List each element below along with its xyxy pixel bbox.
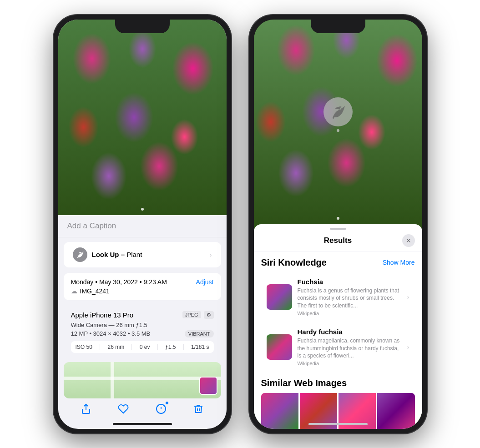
- jpeg-badge: JPEG: [182, 311, 201, 318]
- hardy-info: Hardy fuchsia Fuchsia magellanica, commo…: [298, 328, 402, 366]
- specs-row: 12 MP • 3024 × 4032 • 3.5 MB VIBRANT: [71, 330, 214, 337]
- map-thumbnail: [199, 377, 217, 395]
- results-title: Results: [274, 236, 402, 245]
- lens-row: Wide Camera — 26 mm ƒ1.5: [71, 322, 214, 328]
- filename-text: IMG_4241: [80, 287, 110, 295]
- knowledge-item-hardy[interactable]: Hardy fuchsia Fuchsia magellanica, commo…: [261, 322, 415, 372]
- share-button[interactable]: [76, 399, 96, 419]
- siri-knowledge-header: Siri Knowledge Show More: [261, 257, 415, 268]
- notch-right: [311, 20, 365, 33]
- delete-button[interactable]: [188, 399, 208, 419]
- show-more-button[interactable]: Show More: [383, 259, 415, 266]
- format-badges: JPEG ⚙: [182, 311, 214, 319]
- similar-section: Similar Web Images: [261, 378, 415, 428]
- bottom-toolbar: [58, 399, 227, 419]
- hardy-source: Wikipedia: [298, 361, 402, 366]
- hardy-name: Hardy fuchsia: [298, 328, 402, 336]
- adjust-button[interactable]: Adjust: [196, 278, 214, 286]
- date-text: Monday • May 30, 2022 • 9:23 AM: [71, 278, 167, 286]
- shutter-value: 1/181 s: [191, 344, 209, 350]
- hardy-chevron-icon: ›: [407, 343, 409, 351]
- filename-row: ☁ IMG_4241: [71, 287, 214, 295]
- iso-value: ISO 50: [76, 344, 92, 350]
- knowledge-item-fuchsia[interactable]: Fuchsia Fuchsia is a genus of flowering …: [261, 272, 415, 322]
- map-road-vertical: [111, 362, 114, 398]
- date-row: Monday • May 30, 2022 • 9:23 AM Adjust: [71, 278, 214, 286]
- panel-content: Siri Knowledge Show More Fuchsia Fuchsia…: [254, 252, 422, 429]
- exif-row: ISO 50 26 mm 0 ev ƒ1.5 1/181 s: [71, 341, 214, 353]
- thumb-fuchsia-bg: [267, 284, 292, 310]
- home-indicator-left: [113, 423, 172, 425]
- similar-image-1[interactable]: [261, 393, 298, 428]
- lookup-row[interactable]: Look Up – Plant ›: [64, 242, 221, 267]
- photo-right: [254, 20, 422, 224]
- close-button[interactable]: ✕: [402, 234, 415, 247]
- panel-header: Results ✕: [254, 230, 422, 252]
- cloud-icon: ☁: [71, 287, 77, 295]
- info-button[interactable]: [151, 399, 171, 419]
- results-panel: Results ✕ Siri Knowledge Show More: [254, 224, 422, 429]
- metadata-section: Monday • May 30, 2022 • 9:23 AM Adjust ☁…: [64, 273, 221, 300]
- right-screen: Results ✕ Siri Knowledge Show More: [254, 20, 422, 429]
- notch-left: [115, 20, 170, 33]
- specs-text: 12 MP • 3024 × 4032 • 3.5 MB: [71, 330, 151, 337]
- hardy-thumbnail: [267, 334, 292, 360]
- fuchsia-thumbnail: [267, 284, 292, 310]
- map-background: [64, 362, 221, 398]
- ev-value: 0 ev: [140, 344, 150, 350]
- fuchsia-chevron-icon: ›: [407, 293, 409, 301]
- lookup-chevron-icon: ›: [210, 251, 212, 258]
- settings-badge: ⚙: [204, 311, 214, 319]
- focal-value: 26 mm: [107, 344, 124, 350]
- aperture-value: ƒ1.5: [165, 344, 176, 350]
- camera-model: Apple iPhone 13 Pro: [71, 311, 134, 319]
- fuchsia-info: Fuchsia Fuchsia is a genus of flowering …: [298, 278, 402, 316]
- info-area-left: Add a Caption Look Up – Plant ›: [58, 215, 227, 398]
- camera-header: Apple iPhone 13 Pro JPEG ⚙: [71, 311, 214, 319]
- visual-lookup-icon: [73, 247, 87, 262]
- siri-knowledge-title: Siri Knowledge: [261, 257, 327, 268]
- hardy-desc: Fuchsia magellanica, commonly known as t…: [298, 337, 402, 360]
- fuchsia-photo-left: [58, 20, 227, 215]
- map-road-horizontal: [64, 377, 221, 380]
- siri-dot: [337, 129, 339, 132]
- caption-area[interactable]: Add a Caption: [58, 215, 227, 237]
- photo-indicator: [141, 208, 144, 211]
- vibrant-badge: VIBRANT: [185, 330, 214, 337]
- right-phone: Results ✕ Siri Knowledge Show More: [249, 15, 427, 433]
- similar-title: Similar Web Images: [261, 378, 415, 388]
- fuchsia-desc: Fuchsia is a genus of flowering plants t…: [298, 287, 402, 310]
- fuchsia-source: Wikipedia: [298, 311, 402, 316]
- fuchsia-name: Fuchsia: [298, 278, 402, 286]
- caption-placeholder[interactable]: Add a Caption: [67, 221, 116, 230]
- left-screen: Add a Caption Look Up – Plant ›: [58, 20, 227, 429]
- favorite-button[interactable]: [113, 399, 133, 419]
- left-phone: Add a Caption Look Up – Plant ›: [54, 15, 231, 433]
- photo-left[interactable]: [58, 20, 227, 215]
- similar-image-4[interactable]: [377, 393, 414, 428]
- photo-indicator-right: [337, 217, 339, 220]
- camera-section: Apple iPhone 13 Pro JPEG ⚙ Wide Camera —…: [64, 306, 221, 358]
- lookup-text: Look Up – Plant: [92, 251, 142, 258]
- siri-circle[interactable]: [323, 97, 353, 126]
- home-indicator-right: [308, 423, 368, 425]
- map-preview[interactable]: [64, 362, 221, 398]
- info-badge: [165, 401, 169, 405]
- thumb-hardy-bg: [267, 334, 292, 360]
